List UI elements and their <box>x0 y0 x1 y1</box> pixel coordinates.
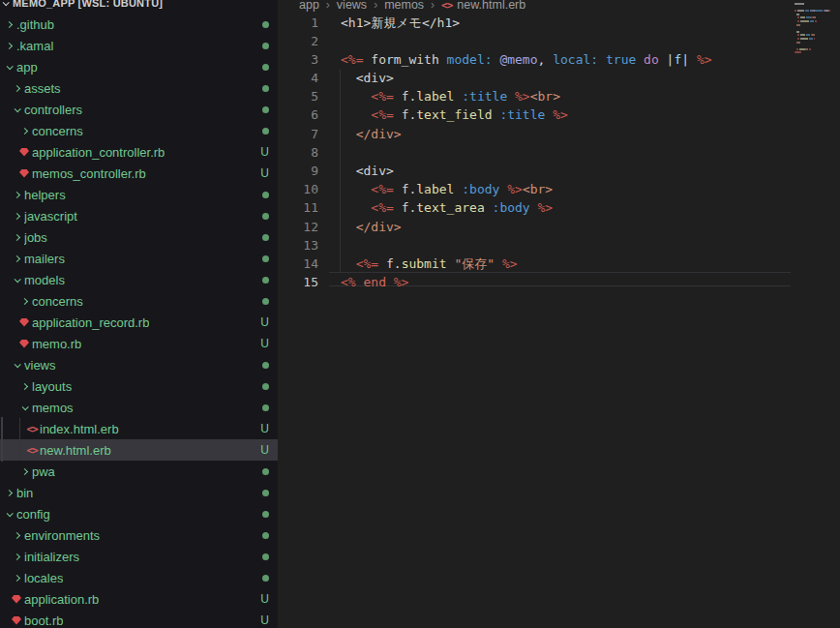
git-modified-dot <box>262 532 269 539</box>
tree-folder-views[interactable]: views <box>0 354 278 375</box>
tree-folder-memos[interactable]: memos <box>0 397 278 418</box>
tree-file-index.html.erb[interactable]: <>index.html.erbU <box>0 418 278 439</box>
code-line-10[interactable]: 10 <%= f.label :body %><br> <box>278 180 840 198</box>
code-line-6[interactable]: 6 <%= f.text_field :title %> <box>278 105 840 124</box>
vscode-window: MEMO_APP [WSL: UBUNTU] .github.kamalappa… <box>0 0 840 628</box>
git-modified-dot <box>262 234 269 241</box>
ruby-file-icon <box>12 616 21 625</box>
git-untracked-badge: U <box>260 315 278 329</box>
tree-item-label: bin <box>16 486 33 500</box>
code-line-12[interactable]: 12 </div> <box>278 218 840 236</box>
tree-folder-.github[interactable]: .github <box>0 14 278 35</box>
line-number: 9 <box>278 162 318 180</box>
code-line-7[interactable]: 7 </div> <box>278 125 840 143</box>
tree-folder-bin[interactable]: bin <box>0 482 278 503</box>
tree-item-label: mailers <box>24 252 65 266</box>
code-line-14[interactable]: 14 <%= f.submit "保存" %> <box>278 254 840 273</box>
tree-folder-environments[interactable]: environments <box>0 524 278 546</box>
tree-folder-mailers[interactable]: mailers <box>0 248 278 269</box>
git-untracked-badge: U <box>260 166 278 180</box>
breadcrumb: app›views›memos›<>new.html.erb <box>299 0 525 13</box>
tree-folder-initializers[interactable]: initializers <box>0 546 278 567</box>
tree-file-memos_controller.rb[interactable]: memos_controller.rbU <box>0 163 278 184</box>
tree-folder-pwa[interactable]: pwa <box>0 461 278 482</box>
tree-folder-.kamal[interactable]: .kamal <box>0 35 278 56</box>
folder-twistie <box>9 193 24 197</box>
line-number: 10 <box>278 180 318 198</box>
folder-twistie <box>1 44 16 48</box>
code-line-8[interactable]: 8 <box>278 143 840 162</box>
tree-folder-helpers[interactable]: helpers <box>0 184 278 205</box>
code-line-5[interactable]: 5 <%= f.label :title %><br> <box>278 87 840 105</box>
line-number: 5 <box>278 87 318 105</box>
chevron-down-icon <box>21 404 28 410</box>
folder-twistie <box>1 65 16 70</box>
tree-file-new.html.erb[interactable]: <>new.html.erbU <box>0 439 278 461</box>
code-line-4[interactable]: 4 <div> <box>278 69 840 87</box>
chevron-right-icon <box>5 20 12 27</box>
folder-twistie <box>9 576 24 581</box>
tree-file-memo.rb[interactable]: memo.rbU <box>0 333 278 354</box>
code-line-1[interactable]: 1<h1>新規メモ</h1> <box>278 14 840 32</box>
tree-file-application.rb[interactable]: application.rbU <box>0 588 278 610</box>
line-number: 3 <box>278 50 318 69</box>
chevron-right-icon <box>13 574 19 581</box>
code-line-3[interactable]: 3<%= form_with model: @memo, local: true… <box>278 50 840 69</box>
tree-file-application_controller.rb[interactable]: application_controller.rbU <box>0 141 278 163</box>
tree-item-label: controllers <box>24 103 82 117</box>
git-status-badge <box>262 404 278 411</box>
tree-folder-layouts[interactable]: layouts <box>0 375 278 397</box>
code-line-2[interactable]: 2 <box>278 32 840 50</box>
tree-folder-models[interactable]: models <box>0 269 278 290</box>
git-status-badge <box>262 468 278 475</box>
chevron-right-icon <box>13 84 19 91</box>
line-number: 11 <box>278 198 318 217</box>
git-status-badge <box>262 234 278 241</box>
tree-item-label: .kamal <box>16 39 53 53</box>
tree-folder-concerns[interactable]: concerns <box>0 290 278 312</box>
erb-file-icon: <> <box>26 444 37 457</box>
tree-folder-jobs[interactable]: jobs <box>0 226 278 248</box>
tree-folder-javascript[interactable]: javascript <box>0 205 278 226</box>
minimap[interactable] <box>795 3 839 55</box>
code-line-15[interactable]: 15<% end %> <box>278 273 840 291</box>
folder-twistie <box>9 235 24 240</box>
line-number: 7 <box>278 125 318 143</box>
tree-folder-concerns[interactable]: concerns <box>0 120 278 141</box>
breadcrumb-segment[interactable]: memos <box>384 0 424 12</box>
code-line-9[interactable]: 9 <div> <box>278 162 840 180</box>
chevron-right-icon <box>20 382 27 389</box>
git-modified-dot <box>262 128 269 135</box>
breadcrumb-segment[interactable]: app <box>299 0 319 12</box>
tree-folder-locales[interactable]: locales <box>0 567 278 588</box>
code-text: <%= f.text_area :body %> <box>318 198 553 217</box>
tree-folder-config[interactable]: config <box>0 503 278 524</box>
tree-file-application_record.rb[interactable]: application_record.rbU <box>0 312 278 333</box>
tree-folder-app[interactable]: app <box>0 56 278 77</box>
chevron-down-icon <box>14 105 20 112</box>
chevron-right-icon <box>20 297 27 304</box>
tree-file-boot.rb[interactable]: boot.rbU <box>0 610 278 628</box>
chevron-down-icon <box>6 510 13 517</box>
code-area[interactable]: 1<h1>新規メモ</h1>23<%= form_with model: @me… <box>278 14 840 292</box>
tree-folder-controllers[interactable]: controllers <box>0 99 278 120</box>
git-status-badge <box>262 64 278 71</box>
chevron-down-icon <box>14 361 20 368</box>
explorer-sidebar: MEMO_APP [WSL: UBUNTU] .github.kamalappa… <box>0 0 278 628</box>
breadcrumb-file[interactable]: new.html.erb <box>457 0 525 12</box>
tree-item-label: concerns <box>32 294 83 309</box>
chevron-down-icon <box>6 63 13 70</box>
tree-folder-assets[interactable]: assets <box>0 77 278 99</box>
breadcrumb-segment[interactable]: views <box>337 0 367 12</box>
code-line-13[interactable]: 13 <box>278 236 840 254</box>
chevron-right-icon <box>13 233 19 240</box>
explorer-section-header[interactable]: MEMO_APP [WSL: UBUNTU] <box>3 0 163 11</box>
git-modified-dot <box>262 383 269 390</box>
line-number: 2 <box>278 32 318 50</box>
line-number: 8 <box>278 143 318 162</box>
chevron-right-icon <box>20 467 27 474</box>
code-line-11[interactable]: 11 <%= f.text_area :body %> <box>278 198 840 217</box>
file-tree: .github.kamalappassetscontrollersconcern… <box>0 14 278 628</box>
code-text: <%= f.submit "保存" %> <box>318 254 518 273</box>
git-status-badge <box>262 106 278 113</box>
